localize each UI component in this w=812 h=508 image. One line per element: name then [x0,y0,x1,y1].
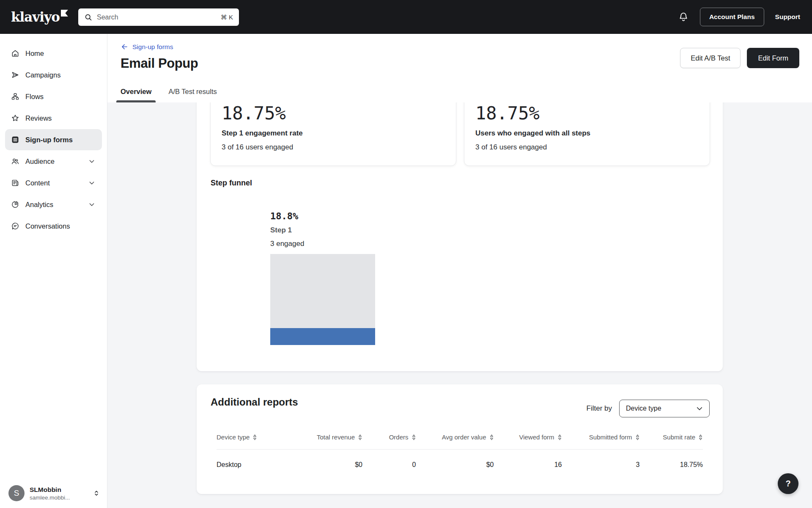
column-header-device-type[interactable]: Device type [217,433,280,441]
additional-reports-panel: Additional reports Filter by Device type… [197,384,723,494]
send-icon [11,71,19,79]
sidebar-item-reviews[interactable]: Reviews [5,108,102,129]
sidebar-item-label: Sign-up forms [25,136,73,144]
column-header-viewed-form[interactable]: Viewed form [494,433,562,441]
funnel-bar-track [270,254,375,345]
flow-icon [11,92,19,101]
cell-orders: 0 [362,461,416,469]
stat-value: 18.75% [475,103,540,124]
stat-subtext: 3 of 16 users engaged [222,143,293,152]
topnav-actions: Account Plans Support [678,0,800,34]
user-info: SLMobbin samlee.mobbi... [30,486,70,501]
sort-icon [411,434,416,441]
filter-by-label: Filter by [587,404,612,413]
breadcrumb-label: Sign-up forms [132,43,173,51]
sort-icon [489,434,494,441]
notifications-bell-icon[interactable] [678,11,689,22]
chevron-down-icon [88,201,95,208]
breadcrumb[interactable]: Sign-up forms [121,43,173,51]
sort-icon [635,434,640,441]
header-actions: Edit A/B Test Edit Form [680,48,799,68]
sidebar-item-label: Analytics [25,201,53,209]
column-label: Submitted form [589,433,632,441]
column-header-submitted-form[interactable]: Submitted form [562,433,640,441]
chevron-down-icon [88,158,95,165]
column-header-orders[interactable]: Orders [362,433,416,441]
search-bar[interactable]: ⌘ K [78,8,239,26]
stat-card-all-steps-engagement: 18.75% Users who engaged with all steps … [464,102,710,166]
sidebar-item-conversations[interactable]: Conversations [5,215,102,237]
account-switcher[interactable]: S SLMobbin samlee.mobbi... [0,485,107,501]
sort-icon [252,434,257,441]
analytics-icon [11,200,19,209]
column-label: Submit rate [663,433,695,441]
column-label: Orders [389,433,409,441]
sidebar-item-signup-forms[interactable]: Sign-up forms [5,129,102,150]
sidebar-item-label: Content [25,179,50,187]
sidebar-item-flows[interactable]: Flows [5,86,102,107]
klaviyo-flag-icon [61,10,68,17]
reports-table: Device type Total revenue Orders Av [217,433,703,469]
device-type-select[interactable]: Device type [619,400,710,417]
sort-icon [557,434,562,441]
column-header-total-revenue[interactable]: Total revenue [280,433,363,441]
funnel-step1-rate: 18.8% [270,211,298,221]
audience-icon [11,157,19,166]
funnel-bar-fill [270,328,375,345]
unfold-more-icon [93,489,100,497]
page-header: Sign-up forms Email Popup Overview A/B T… [107,34,812,102]
tab-ab-test-results[interactable]: A/B Test results [164,88,221,102]
sidebar-item-home[interactable]: Home [5,43,102,64]
overview-panel: 18.75% Step 1 engagement rate 3 of 16 us… [197,102,723,371]
sort-icon [358,434,362,441]
funnel-step1-label: Step 1 [270,226,292,235]
sidebar-item-content[interactable]: Content [5,172,102,193]
main-area: Sign-up forms Email Popup Overview A/B T… [107,34,812,508]
sort-icon [698,434,703,441]
content-icon [11,179,19,187]
sidebar-item-analytics[interactable]: Analytics [5,194,102,215]
help-button[interactable]: ? [778,473,798,494]
klaviyo-logo: klaviyo [11,0,68,34]
account-plans-button[interactable]: Account Plans [700,8,764,26]
stat-label: Users who engaged with all steps [475,129,590,138]
edit-form-button[interactable]: Edit Form [747,48,799,68]
edit-ab-test-button[interactable]: Edit A/B Test [680,48,741,68]
search-input[interactable] [97,14,217,21]
support-link[interactable]: Support [775,13,800,21]
cell-submitted-form: 3 [562,461,640,469]
chat-icon [11,222,19,230]
column-label: Total revenue [317,433,355,441]
column-header-avg-order-value[interactable]: Avg order value [416,433,494,441]
sidebar-item-label: Conversations [25,222,70,230]
step-funnel-title: Step funnel [211,179,252,188]
sidebar-item-audience[interactable]: Audience [5,151,102,172]
sidebar-item-label: Flows [25,93,44,101]
table-header-row: Device type Total revenue Orders Av [217,433,703,450]
tab-overview[interactable]: Overview [116,88,156,102]
cell-avg-order-value: $0 [416,461,494,469]
chevron-down-icon [88,179,95,186]
content-scroll-area[interactable]: 18.75% Step 1 engagement rate 3 of 16 us… [107,102,812,508]
cell-total-revenue: $0 [280,461,363,469]
stat-value: 18.75% [222,103,286,124]
sidebar-nav: Home Campaigns Flows Reviews [0,34,107,237]
sidebar-item-campaigns[interactable]: Campaigns [5,64,102,86]
column-header-submit-rate[interactable]: Submit rate [640,433,703,441]
form-icon [11,135,19,144]
table-row-desktop: Desktop $0 0 $0 16 3 18.75% [217,450,703,469]
select-value: Device type [626,405,661,412]
user-name: SLMobbin [30,486,70,494]
top-navbar: klaviyo ⌘ K Account Plans Support [0,0,812,34]
sidebar-item-label: Reviews [25,114,52,122]
stat-subtext: 3 of 16 users engaged [475,143,547,152]
stat-card-step1-engagement: 18.75% Step 1 engagement rate 3 of 16 us… [210,102,456,166]
additional-reports-title: Additional reports [211,396,298,408]
funnel-step1-engaged: 3 engaged [270,240,304,248]
search-shortcut-hint: ⌘ K [221,14,233,21]
cell-submit-rate: 18.75% [640,461,703,469]
tab-bar: Overview A/B Test results [116,88,221,102]
cell-viewed-form: 16 [494,461,562,469]
home-icon [11,49,19,58]
app-root: klaviyo ⌘ K Account Plans Support Hom [0,0,812,508]
